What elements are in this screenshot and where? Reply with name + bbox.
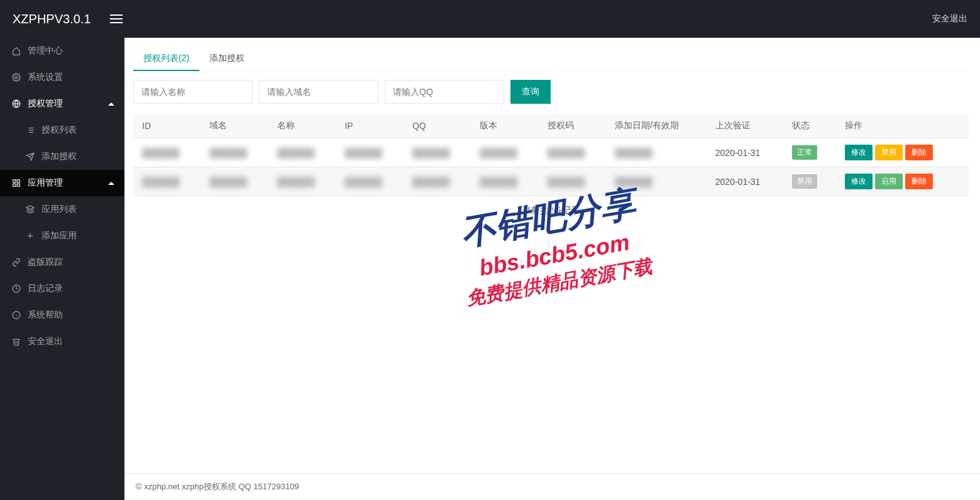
auth-table: ID 域名 名称 IP QQ 版本 授权码 添加日期/有效期 上次验证 状态 操… [133, 114, 969, 196]
menu-toggle-icon[interactable] [110, 14, 123, 23]
cell-status: 禁用 [783, 167, 836, 196]
toggle-button[interactable]: 启用 [875, 174, 903, 189]
sidebar: 管理中心 系统设置 授权管理 授权列表 添加授权 应用管理 [0, 38, 124, 500]
cell-redacted: ██████ [404, 138, 471, 167]
chevron-up-icon [108, 182, 114, 185]
footer-text: © xzphp.net xzphp授权系统 QQ 1517293109 [136, 482, 299, 491]
sidebar-item-exit[interactable]: 安全退出 [0, 328, 124, 355]
gear-icon [11, 72, 21, 82]
th-name: 名称 [268, 114, 336, 138]
sidebar-item-settings[interactable]: 系统设置 [0, 64, 124, 91]
edit-button[interactable]: 修改 [845, 145, 873, 160]
watermark-line3: 免费提供精品资源下载 [464, 253, 654, 311]
th-action: 操作 [836, 114, 969, 138]
sidebar-item-label: 安全退出 [28, 336, 63, 347]
th-authcode: 授权码 [539, 114, 606, 138]
chevron-up-icon [108, 103, 114, 106]
sidebar-item-label: 添加授权 [41, 151, 77, 162]
cell-redacted: ██████ [471, 167, 538, 196]
send-icon [25, 152, 35, 162]
footer: © xzphp.net xzphp授权系统 QQ 1517293109 [124, 473, 980, 500]
sidebar-item-label: 管理中心 [28, 45, 63, 57]
sidebar-item-label: 系统帮助 [28, 309, 63, 321]
tab-auth-list[interactable]: 授权列表(2) [133, 47, 199, 70]
sidebar-item-piracy[interactable]: 盗版跟踪 [0, 249, 124, 275]
cell-redacted: ██████ [201, 138, 268, 167]
info-icon [11, 310, 21, 320]
delete-button[interactable]: 删除 [905, 174, 933, 189]
sidebar-item-dashboard[interactable]: 管理中心 [0, 38, 124, 64]
cell-redacted: ██████ [268, 167, 336, 196]
table-row: ████████████████████████████████████████… [133, 167, 969, 196]
grid-icon [11, 178, 21, 188]
th-last: 上次验证 [707, 114, 783, 138]
search-button[interactable]: 查询 [510, 80, 551, 104]
delete-button[interactable]: 删除 [905, 145, 933, 160]
search-bar: 查询 [133, 80, 969, 104]
svg-rect-9 [17, 180, 19, 182]
cell-redacted: ██████ [133, 138, 201, 167]
status-badge: 禁用 [792, 174, 817, 189]
cell-redacted: ██████ [336, 138, 403, 167]
sidebar-item-label: 授权管理 [28, 98, 63, 109]
top-header: XZPHPV3.0.1 安全退出 [0, 0, 980, 38]
sidebar-item-app-add[interactable]: 添加应用 [0, 223, 124, 249]
cell-redacted: ██████ [201, 167, 268, 196]
globe-icon [11, 99, 21, 109]
cell-redacted: ██████ [404, 167, 471, 196]
brand-title: XZPHPV3.0.1 [13, 12, 91, 26]
cell-redacted: ██████ [133, 167, 201, 196]
logout-link[interactable]: 安全退出 [932, 13, 967, 25]
sidebar-item-app-list[interactable]: 应用列表 [0, 196, 124, 223]
cell-actions: 修改禁用删除 [836, 138, 969, 167]
sidebar-section-app[interactable]: 应用管理 [0, 170, 124, 196]
th-version: 版本 [471, 114, 538, 138]
layers-icon [25, 204, 35, 214]
sidebar-item-label: 系统设置 [28, 72, 63, 83]
name-input[interactable] [133, 80, 253, 104]
cell-last-verify: 2020-01-31 [707, 167, 783, 196]
cell-redacted: ██████ [268, 138, 336, 167]
tab-auth-add[interactable]: 添加授权 [199, 47, 255, 70]
qq-input[interactable] [385, 80, 504, 104]
svg-rect-11 [13, 184, 16, 186]
cell-redacted: ██████ [606, 167, 707, 196]
cell-actions: 修改启用删除 [836, 167, 969, 196]
cell-redacted: ██████ [539, 167, 606, 196]
sidebar-section-auth[interactable]: 授权管理 [0, 91, 124, 117]
status-badge: 正常 [792, 145, 817, 160]
sidebar-item-label: 授权列表 [41, 125, 77, 136]
cell-redacted: ██████ [336, 167, 403, 196]
link-icon [11, 257, 21, 267]
th-ip: IP [336, 114, 403, 138]
th-domain: 域名 [201, 114, 268, 138]
record-summary: 当前共2条记录 [133, 196, 969, 225]
th-id: ID [133, 114, 201, 138]
sidebar-item-auth-list[interactable]: 授权列表 [0, 117, 124, 143]
svg-point-0 [15, 76, 18, 79]
sidebar-item-label: 日志记录 [28, 283, 63, 294]
th-date: 添加日期/有效期 [606, 114, 707, 138]
th-status: 状态 [783, 114, 836, 138]
plus-icon [25, 231, 35, 241]
cell-redacted: ██████ [606, 138, 707, 167]
toggle-button[interactable]: 禁用 [875, 145, 903, 160]
sidebar-item-help[interactable]: 系统帮助 [0, 302, 124, 328]
edit-button[interactable]: 修改 [845, 174, 873, 189]
sidebar-item-logs[interactable]: 日志记录 [0, 275, 124, 302]
th-qq: QQ [404, 114, 471, 138]
domain-input[interactable] [259, 80, 378, 104]
cell-last-verify: 2020-01-31 [707, 138, 783, 167]
sidebar-item-label: 应用管理 [28, 177, 63, 189]
svg-marker-12 [26, 206, 34, 209]
sidebar-item-auth-add[interactable]: 添加授权 [0, 143, 124, 170]
sidebar-item-label: 盗版跟踪 [28, 257, 63, 268]
trash-icon [11, 336, 21, 347]
cell-status: 正常 [783, 138, 836, 167]
cell-redacted: ██████ [539, 138, 606, 167]
tabs: 授权列表(2) 添加授权 [133, 47, 969, 71]
cell-redacted: ██████ [471, 138, 538, 167]
watermark-line2: bbs.bcb5.com [459, 225, 650, 286]
sidebar-item-label: 添加应用 [41, 230, 77, 242]
home-icon [11, 46, 21, 56]
